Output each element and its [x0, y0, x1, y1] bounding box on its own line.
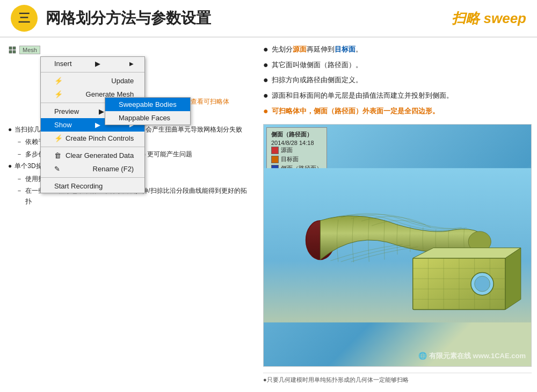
- submenu-label: 查看可扫略体: [191, 97, 229, 106]
- watermark: 🌐 有限元素在线 www.1CAE.com: [418, 351, 526, 361]
- menu-item-preview-label: Preview: [54, 107, 79, 115]
- svg-rect-3: [13, 50, 16, 53]
- right-bullets: ● 先划分源面再延伸到目标面。 ● 其它面叫做侧面（路径面）。 ● 扫掠方向或路…: [263, 43, 532, 120]
- separator-3: [41, 147, 144, 147]
- submenu-sweepable-label: Sweepable Bodies: [119, 100, 177, 108]
- right-bullet-4: ● 源面和目标面间的单元层是由插值法而建立并投射到侧面。: [263, 89, 532, 103]
- toolbar-bar: Mesh: [8, 46, 250, 54]
- right-text-5: 可扫略体中，侧面（路径面）外表面一定是全四边形。: [272, 105, 439, 118]
- right-dot-2: ●: [263, 59, 268, 71]
- menu-item-insert-label: Insert: [54, 60, 72, 68]
- submenu: Sweepable Bodies Mappable Faces: [105, 97, 191, 125]
- menu-item-create-pinch-label: Create Pinch Controls: [66, 134, 134, 142]
- menu-item-clear-label: Clear Generated Data: [66, 151, 134, 159]
- submenu-item-mappable[interactable]: Mappable Faces: [105, 111, 190, 125]
- menu-item-clear[interactable]: 🗑 Clear Generated Data: [41, 149, 144, 162]
- right-dot-5: ●: [263, 105, 268, 118]
- section-number-icon: 三: [11, 5, 38, 32]
- right-bullet-2: ● 其它面叫做侧面（路径面）。: [263, 59, 532, 72]
- rename-icon: ✎: [54, 165, 63, 173]
- menu-area: Mesh Insert ▶ ⚡ Update ⚡ Generate Mesh: [8, 46, 250, 54]
- arrow-icon-2: ▶: [99, 107, 104, 115]
- arrow-icon: ▶: [95, 60, 100, 68]
- pinch-icon: ⚡: [54, 134, 63, 142]
- right-dot-4: ●: [263, 89, 268, 102]
- menu-item-update-label: Update: [111, 77, 134, 85]
- separator-4: [41, 177, 144, 178]
- 3d-svg: [264, 125, 531, 366]
- right-bullet-1: ● 先划分源面再延伸到目标面。: [263, 43, 532, 56]
- right-dot-3: ●: [263, 74, 268, 86]
- submenu-item-sweepable[interactable]: Sweepable Bodies: [105, 98, 190, 111]
- menu-item-record-label: Start Recording: [54, 182, 103, 190]
- right-text-3: 扫掠方向或路径由侧面定义。: [272, 74, 362, 87]
- clear-icon: 🗑: [54, 151, 63, 159]
- arrow-icon-3: ▶: [95, 121, 100, 129]
- main-content: Mesh Insert ▶ ⚡ Update ⚡ Generate Mesh: [0, 38, 537, 392]
- bottom-text: ●只要几何建模时用单纯拓扑形成的几何体一定能够扫略: [263, 373, 532, 387]
- svg-rect-2: [9, 50, 12, 53]
- section-number: 三: [18, 10, 30, 26]
- 3d-view: 侧面（路径面） 2014/8/28 14:18 源面 目标面 侧面（路径面）: [263, 124, 532, 367]
- right-text-1: 先划分源面再延伸到目标面。: [272, 43, 362, 56]
- generate-icon: ⚡: [54, 90, 63, 98]
- separator-1: [41, 72, 144, 72]
- menu-item-update[interactable]: ⚡ Update: [41, 74, 144, 88]
- dash-2: －: [16, 149, 23, 159]
- right-bullet-3: ● 扫掠方向或路径由侧面定义。: [263, 74, 532, 87]
- menu-item-create-pinch[interactable]: ⚡ Create Pinch Controls: [41, 132, 144, 145]
- sweep-label: 扫略 sweep: [452, 9, 526, 28]
- menu-item-rename-label: Rename (F2): [93, 165, 134, 173]
- submenu-mappable-label: Mappable Faces: [119, 114, 170, 122]
- left-panel: Mesh Insert ▶ ⚡ Update ⚡ Generate Mesh: [0, 38, 258, 392]
- mesh-toolbar-label: Mesh: [19, 46, 40, 54]
- watermark-logo: 🌐 有限元素在线: [418, 352, 471, 360]
- svg-rect-1: [13, 47, 16, 49]
- right-bullet-5: ● 可扫略体中，侧面（路径面）外表面一定是全四边形。: [263, 105, 532, 118]
- bullet-dot-1: ●: [8, 124, 12, 135]
- dash-4: －: [16, 185, 23, 207]
- menu-item-record[interactable]: Start Recording: [41, 179, 144, 193]
- svg-point-18: [475, 277, 490, 292]
- right-text-2: 其它面叫做侧面（路径面）。: [272, 59, 362, 72]
- watermark-url: www.1CAE.com: [473, 352, 526, 360]
- dash-1: －: [16, 136, 23, 147]
- menu-item-rename[interactable]: ✎ Rename (F2): [41, 162, 144, 176]
- update-icon: ⚡: [54, 77, 63, 85]
- svg-rect-0: [9, 47, 12, 49]
- dash-3: －: [16, 173, 23, 184]
- right-text-4: 源面和目标面间的单元层是由插值法而建立并投射到侧面。: [272, 89, 453, 103]
- bottom-text-content: ●只要几何建模时用单纯拓扑形成的几何体一定能够扫略: [263, 376, 409, 383]
- right-panel: ● 先划分源面再延伸到目标面。 ● 其它面叫做侧面（路径面）。 ● 扫掠方向或路…: [258, 38, 537, 392]
- page-title: 网格划分方法与参数设置: [46, 8, 452, 28]
- page-header: 三 网格划分方法与参数设置 扫略 sweep: [0, 0, 537, 38]
- bullet-dot-2: ●: [8, 161, 12, 171]
- menu-item-insert[interactable]: Insert ▶: [41, 57, 144, 70]
- menu-item-show-label: Show: [54, 121, 72, 129]
- right-dot-1: ●: [263, 43, 268, 56]
- mesh-icon: [8, 46, 17, 54]
